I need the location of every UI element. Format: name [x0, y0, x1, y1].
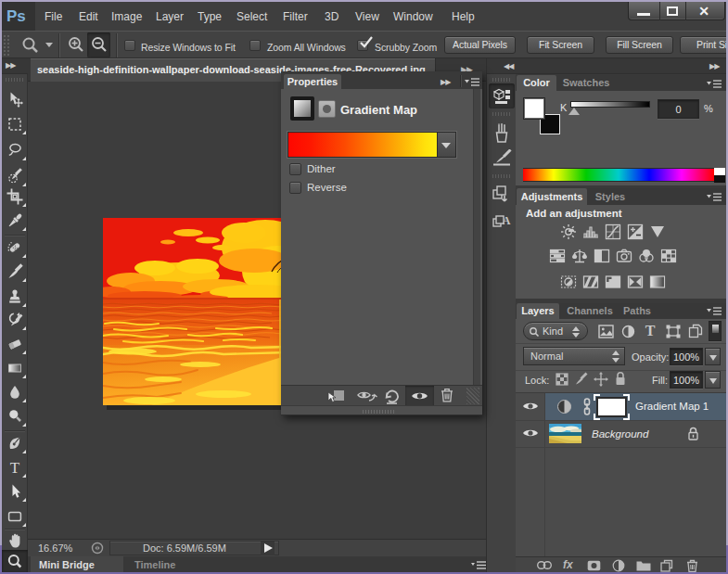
svg-text:T: T [10, 459, 20, 476]
svg-text:A: A [503, 214, 511, 227]
